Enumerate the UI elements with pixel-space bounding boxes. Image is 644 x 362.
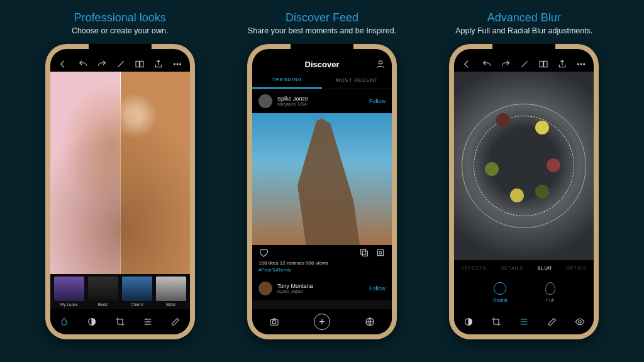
feed-image[interactable] — [252, 113, 392, 245]
svg-point-3 — [177, 63, 178, 65]
avatar[interactable] — [258, 282, 272, 295]
eraser-icon[interactable] — [547, 317, 557, 327]
looks-drop-icon[interactable] — [59, 317, 69, 327]
contrast-icon[interactable] — [87, 317, 97, 327]
crop-icon[interactable] — [491, 317, 501, 327]
user-name: Spike Jonze — [277, 96, 364, 102]
post-user-row[interactable]: Tony Montana Kyoto, Japan Follow — [252, 277, 392, 300]
blur-option-full[interactable]: Full — [545, 282, 555, 303]
blur-option-label: Radial — [493, 297, 508, 303]
blur-options: Radial Full — [454, 277, 594, 309]
layers-icon[interactable] — [359, 248, 369, 258]
back-icon[interactable] — [58, 59, 68, 69]
profile-icon[interactable] — [375, 59, 386, 69]
look-label: My Looks — [60, 302, 78, 307]
remix-icon[interactable] — [375, 248, 386, 258]
camera-icon[interactable] — [269, 317, 279, 327]
more-icon[interactable] — [172, 59, 182, 69]
phone-notch — [291, 44, 353, 55]
editor-bottombar — [50, 309, 190, 334]
compare-icon[interactable] — [135, 59, 145, 69]
phone-screen: EFFECTS DETAILS BLUR OPTICS Radial Full — [454, 49, 594, 334]
look-my-looks[interactable]: My Looks — [54, 277, 84, 307]
sliders-icon[interactable] — [143, 317, 153, 327]
panel-heading: Discover Feed Share your best moments an… — [248, 11, 396, 36]
panel-subtitle: Choose or create your own. — [72, 26, 169, 36]
svg-rect-13 — [540, 61, 543, 67]
panel-title: Discover Feed — [248, 11, 396, 25]
blur-preview-image[interactable] — [454, 72, 594, 260]
split-compare-line[interactable] — [120, 72, 121, 274]
user-info: Spike Jonze Maryland, USA — [277, 96, 364, 106]
redo-icon[interactable] — [97, 59, 107, 69]
eraser-icon[interactable] — [170, 317, 180, 327]
contrast-icon[interactable] — [464, 317, 474, 327]
magic-wand-icon[interactable] — [116, 59, 126, 69]
svg-point-19 — [579, 321, 581, 323]
svg-point-4 — [179, 63, 180, 65]
look-bw[interactable]: B&W — [156, 277, 186, 307]
follow-button[interactable]: Follow — [369, 285, 386, 292]
discover-tabs: TRENDING MOST RECENT — [252, 72, 392, 89]
discover-title: Discover — [305, 60, 340, 69]
phone-mockup: EFFECTS DETAILS BLUR OPTICS Radial Full — [449, 44, 599, 339]
panel-subtitle: Apply Full and Radial Blur adjustments. — [455, 26, 592, 36]
post-hashtag[interactable]: #FreeToRemix — [252, 267, 392, 277]
feed-meta-row — [252, 245, 392, 260]
svg-point-16 — [580, 63, 582, 65]
eye-icon[interactable] — [575, 317, 585, 327]
look-charm[interactable]: Charm — [122, 277, 152, 307]
redo-icon[interactable] — [501, 59, 511, 69]
panel-discover-feed: Discover Feed Share your best moments an… — [235, 11, 409, 348]
phone-notch — [89, 44, 152, 55]
panel-title: Advanced Blur — [455, 11, 592, 25]
tab-details[interactable]: DETAILS — [501, 265, 523, 271]
phone-mockup: Discover TRENDING MOST RECENT Spike Jonz… — [247, 44, 397, 339]
svg-point-2 — [174, 63, 175, 65]
svg-rect-1 — [140, 61, 143, 67]
phone-screen: My Looks Basic Charm B&W — [50, 49, 190, 334]
add-button[interactable]: + — [314, 314, 330, 330]
tab-optics[interactable]: OPTICS — [566, 265, 587, 271]
blur-option-radial[interactable]: Radial — [493, 282, 508, 303]
crop-icon[interactable] — [115, 317, 125, 327]
looks-strip: My Looks Basic Charm B&W — [50, 274, 190, 309]
look-basic[interactable]: Basic — [88, 277, 118, 307]
editor-bottombar — [454, 309, 594, 334]
svg-point-11 — [273, 321, 276, 324]
phone-mockup: My Looks Basic Charm B&W — [45, 44, 195, 339]
svg-point-17 — [584, 63, 585, 65]
back-icon[interactable] — [462, 59, 472, 69]
tab-trending[interactable]: TRENDING — [252, 72, 322, 89]
phone-notch — [492, 44, 555, 55]
panel-professional-looks: Professional looks Choose or create your… — [33, 11, 207, 348]
tab-most-recent[interactable]: MOST RECENT — [322, 72, 392, 89]
compare-icon[interactable] — [538, 59, 548, 69]
more-icon[interactable] — [576, 59, 586, 69]
editor-preview-image[interactable] — [50, 72, 190, 274]
user-info: Tony Montana Kyoto, Japan — [277, 283, 364, 293]
blur-option-label: Full — [546, 297, 554, 303]
sliders-icon[interactable] — [519, 317, 529, 327]
undo-icon[interactable] — [78, 59, 88, 69]
share-icon[interactable] — [153, 59, 164, 69]
follow-button[interactable]: Follow — [369, 98, 386, 104]
svg-rect-0 — [136, 61, 139, 67]
post-user-row[interactable]: Spike Jonze Maryland, USA Follow — [252, 89, 392, 113]
undo-icon[interactable] — [482, 59, 492, 69]
share-icon[interactable] — [557, 59, 567, 69]
globe-icon[interactable] — [365, 317, 375, 327]
magic-wand-icon[interactable] — [519, 59, 530, 69]
feed-image[interactable] — [252, 300, 392, 309]
svg-rect-8 — [362, 251, 367, 256]
look-label: Basic — [98, 302, 108, 307]
edit-mode-tabs: EFFECTS DETAILS BLUR OPTICS — [454, 260, 594, 277]
user-location: Kyoto, Japan — [277, 289, 364, 293]
avatar[interactable] — [258, 94, 272, 108]
panel-title: Professional looks — [72, 11, 169, 25]
heart-icon[interactable] — [258, 248, 269, 258]
panel-subtitle: Share your best moments and be Inspired. — [248, 26, 396, 36]
tab-effects[interactable]: EFFECTS — [462, 265, 487, 271]
look-label: B&W — [166, 302, 175, 307]
tab-blur[interactable]: BLUR — [538, 265, 552, 271]
